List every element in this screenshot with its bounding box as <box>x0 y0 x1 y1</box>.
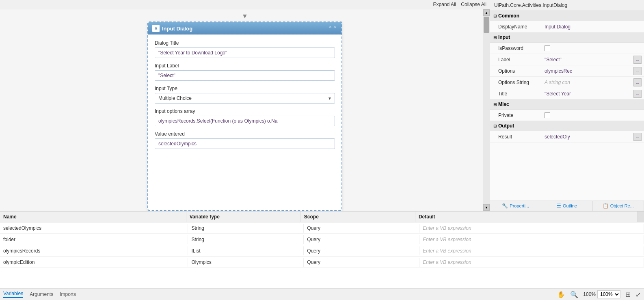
section-common-label: Common <box>498 13 519 19</box>
dialog-title-input[interactable] <box>155 47 335 58</box>
prop-private: Private <box>490 110 644 121</box>
activity-body: Dialog Title Input Label Input Type <box>148 35 341 155</box>
tab-arguments[interactable]: Arguments <box>30 291 53 297</box>
cell-type: IList <box>188 246 304 255</box>
cell-name: olympicEdition <box>0 258 188 267</box>
section-common-collapse-icon: ⊟ <box>493 14 497 18</box>
collapse-all-button[interactable]: Collapse All <box>461 2 486 7</box>
prop-ispassword-checkbox[interactable] <box>545 45 550 51</box>
prop-displayname: DisplayName Input Dialog <box>490 21 644 32</box>
properties-panel: UiPath.Core.Activities.InputDialog ⊟ Com… <box>490 0 644 211</box>
panel-tab-outline[interactable]: ☰ Outline <box>541 201 592 211</box>
col-header-type: Variable type <box>186 212 301 222</box>
table-row: selectedOlympics String Query Enter a VB… <box>0 222 644 234</box>
bottom-toolbar: ✋ 🔍 100% 100% 75% 125% 150% ⊞ ⤢ <box>557 290 641 298</box>
prop-title-btn[interactable]: ... <box>633 90 642 98</box>
prop-options-string-value: A string con ... <box>543 78 644 87</box>
canvas: ▼ A Input Dialog ⌃⌃ Dialog Title <box>0 9 490 211</box>
value-entered-group: Value entered <box>155 131 335 149</box>
section-input[interactable]: ⊟ Input <box>490 32 644 43</box>
panel-title: UiPath.Core.Activities.InputDialog <box>490 0 644 11</box>
input-type-select-wrap: Multiple Choice Text Box Number Input ▼ <box>155 93 335 104</box>
prop-label-value: "Select" ... <box>543 55 644 65</box>
canvas-container: Expand All Collapse All ▼ A Input Dialog… <box>0 0 490 211</box>
panel-tab-object-re[interactable]: 📋 Object Re... <box>593 201 644 211</box>
table-header: Name Variable type Scope Default <box>0 212 644 222</box>
section-misc[interactable]: ⊟ Misc <box>490 99 644 110</box>
magnifier-icon[interactable]: 🔍 <box>570 291 578 298</box>
tab-variables[interactable]: Variables <box>3 291 23 298</box>
properties-icon: 🔧 <box>502 203 508 209</box>
scrollbar-thumb[interactable] <box>484 17 489 33</box>
prop-displayname-label: DisplayName <box>490 22 543 31</box>
input-options-label: Input options array <box>155 108 335 114</box>
prop-options-value: olympicsRec ... <box>543 66 644 76</box>
section-output[interactable]: ⊟ Output <box>490 121 644 131</box>
prop-options-string-text: A string con <box>545 80 570 85</box>
prop-options-string-btn[interactable]: ... <box>633 78 642 86</box>
prop-label: Label "Select" ... <box>490 54 644 65</box>
hand-tool-icon[interactable]: ✋ <box>557 291 565 298</box>
prop-title-value: "Select Year ... <box>543 89 644 99</box>
prop-options-label: Options <box>490 67 543 76</box>
scroll-down-button[interactable]: ▼ <box>483 204 490 211</box>
prop-options-btn[interactable]: ... <box>633 67 642 75</box>
expand-all-button[interactable]: Expand All <box>433 2 456 7</box>
fit-icon[interactable]: ⊞ <box>625 291 631 298</box>
prop-label-text: "Select" <box>545 57 562 63</box>
panel-tab-object-re-label: Object Re... <box>610 203 634 208</box>
cell-type: String <box>188 224 304 233</box>
table-body: selectedOlympics String Query Enter a VB… <box>0 222 644 288</box>
canvas-toolbar: Expand All Collapse All <box>0 0 490 9</box>
prop-displayname-text: Input Dialog <box>545 24 571 30</box>
prop-result-text: selectedOly <box>545 134 570 140</box>
dialog-title-label: Dialog Title <box>155 40 335 46</box>
col-header-default: Default <box>415 212 638 222</box>
section-input-label: Input <box>498 35 510 40</box>
prop-private-value <box>543 112 644 119</box>
prop-private-checkbox[interactable] <box>545 112 550 118</box>
input-label-input[interactable] <box>155 70 335 81</box>
activity-collapse-button[interactable]: ⌃⌃ <box>328 25 337 32</box>
zoom-value: 100% <box>583 291 596 297</box>
section-output-collapse-icon: ⊟ <box>493 124 497 128</box>
table-row: olympicsRecords IList Query Enter a VB e… <box>0 245 644 257</box>
cell-default: Enter a VB expression <box>419 235 644 244</box>
value-entered-input[interactable] <box>155 138 335 149</box>
panel-tab-properties[interactable]: 🔧 Properti... <box>490 201 541 211</box>
prop-ispassword-value <box>543 45 644 52</box>
scroll-up-button[interactable]: ▲ <box>483 9 490 16</box>
cell-scope: Query <box>304 235 419 244</box>
prop-options: Options olympicsRec ... <box>490 65 644 77</box>
prop-displayname-value: Input Dialog <box>543 23 644 30</box>
prop-title-label: Title <box>490 89 543 98</box>
prop-options-string: Options String A string con ... <box>490 77 644 88</box>
cell-name: olympicsRecords <box>0 246 188 255</box>
input-type-select[interactable]: Multiple Choice Text Box Number Input <box>155 93 335 104</box>
panel-scroll: ⊟ Common DisplayName Input Dialog ⊟ Inpu… <box>490 11 644 201</box>
tab-imports[interactable]: Imports <box>60 291 76 297</box>
col-header-name: Name <box>0 212 186 222</box>
section-common[interactable]: ⊟ Common <box>490 11 644 21</box>
variables-table: Name Variable type Scope Default selecte… <box>0 212 644 288</box>
prop-label-btn[interactable]: ... <box>633 56 642 64</box>
prop-options-string-label: Options String <box>490 78 543 87</box>
input-options-input[interactable] <box>155 116 335 126</box>
input-options-group: Input options array <box>155 108 335 126</box>
expand-icon[interactable]: ⤢ <box>635 291 641 298</box>
section-output-label: Output <box>498 123 514 129</box>
prop-ispassword-label: IsPassword <box>490 44 543 53</box>
activity-title: Input Dialog <box>162 26 192 32</box>
panel-tab-outline-label: Outline <box>563 203 577 208</box>
input-label-group: Input Label <box>155 63 335 81</box>
outline-icon: ☰ <box>557 203 561 209</box>
section-input-collapse-icon: ⊟ <box>493 35 497 40</box>
zoom-control: 100% 100% 75% 125% 150% <box>583 290 620 298</box>
bottom-tabs: Variables Arguments Imports ✋ 🔍 100% 100… <box>0 288 644 300</box>
prop-result: Result selectedOly ... <box>490 131 644 142</box>
prop-private-label: Private <box>490 111 543 120</box>
prop-result-btn[interactable]: ... <box>633 133 642 141</box>
cell-default: Enter a VB expression <box>419 224 644 233</box>
cell-default: Enter a VB expression <box>419 246 644 255</box>
zoom-select[interactable]: 100% 75% 125% 150% <box>597 290 620 298</box>
